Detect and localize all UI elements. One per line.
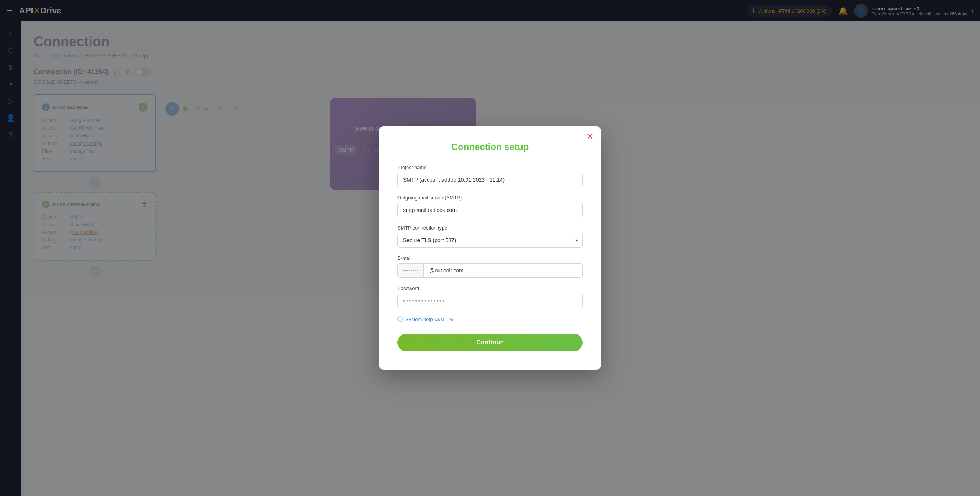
password-label: Password [397, 286, 583, 291]
system-help-link[interactable]: ⓘ System help «SMTP» [397, 316, 583, 323]
connection-setup-modal: ✕ Connection setup Project name Outgoing… [379, 126, 601, 370]
smtp-server-label: Outgoing mail server (SMTP) [397, 195, 583, 201]
email-label: E-mail [397, 255, 583, 261]
project-name-label: Project name [397, 165, 583, 170]
email-input[interactable] [424, 264, 582, 277]
help-circle-icon: ⓘ [397, 316, 403, 323]
connection-type-label: SMTP connection type [397, 225, 583, 231]
modal-overlay: ✕ Connection setup Project name Outgoing… [0, 0, 980, 496]
smtp-server-input[interactable] [397, 203, 583, 217]
project-name-input[interactable] [397, 173, 583, 187]
modal-title: Connection setup [397, 142, 583, 152]
connection-type-select[interactable]: Secure TLS (port 587) SSL (port 465) Non… [397, 233, 583, 248]
help-text: System help «SMTP» [405, 317, 454, 322]
email-prefix: •••••••• [398, 264, 424, 277]
email-row: •••••••• [397, 263, 583, 278]
modal-close-button[interactable]: ✕ [586, 132, 593, 141]
password-input[interactable] [397, 294, 583, 308]
connection-type-wrapper: Secure TLS (port 587) SSL (port 465) Non… [397, 233, 583, 248]
continue-button[interactable]: Continue [397, 334, 583, 351]
